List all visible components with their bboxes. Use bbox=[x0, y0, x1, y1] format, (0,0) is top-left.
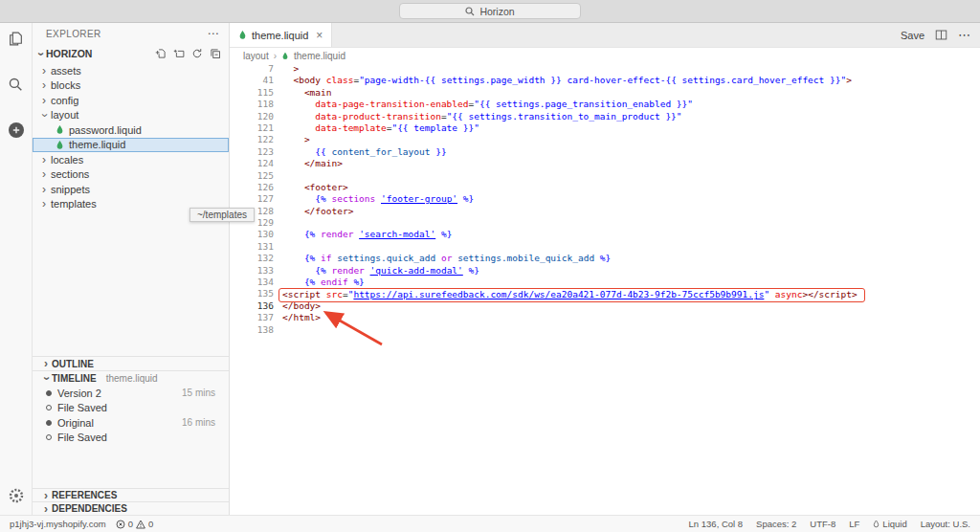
code-line-content: <body class="page-width-{{ settings.page… bbox=[274, 75, 980, 86]
chevron-right-icon: › bbox=[42, 154, 46, 166]
tree-item-assets[interactable]: ›assets bbox=[33, 63, 229, 78]
timeline-item[interactable]: File Saved bbox=[33, 431, 229, 446]
code-line-134[interactable]: 134 {% endif %} bbox=[230, 277, 980, 288]
language-mode[interactable]: Liquid bbox=[873, 519, 906, 529]
eol[interactable]: LF bbox=[849, 519, 859, 529]
outline-section[interactable]: › OUTLINE bbox=[33, 356, 229, 370]
code-line-41[interactable]: 41 <body class="page-width-{{ settings.p… bbox=[230, 75, 980, 86]
timeline-list: Version 215 minsFile SavedOriginal16 min… bbox=[33, 385, 229, 445]
tree-item-theme-liquid[interactable]: theme.liquid bbox=[33, 138, 229, 153]
extension-icon[interactable] bbox=[5, 119, 28, 142]
new-file-icon[interactable] bbox=[155, 48, 167, 59]
timeline-item[interactable]: Original16 mins bbox=[33, 415, 229, 431]
split-editor-icon[interactable] bbox=[935, 29, 947, 41]
code-line-content: <footer> bbox=[274, 182, 980, 193]
more-actions-icon[interactable]: ⋯ bbox=[208, 27, 219, 40]
sidebar-panels: › OUTLINE › TIMELINE theme.liquid Versio… bbox=[33, 356, 229, 445]
line-number: 41 bbox=[230, 75, 274, 86]
line-number: 115 bbox=[230, 87, 274, 99]
breadcrumb-folder[interactable]: layout bbox=[243, 51, 269, 61]
liquid-file-icon bbox=[56, 140, 64, 150]
tab-theme-liquid[interactable]: theme.liquid × bbox=[230, 23, 332, 47]
tree-item-sections[interactable]: ›sections bbox=[33, 167, 229, 183]
tree-item-password-liquid[interactable]: password.liquid bbox=[33, 122, 229, 138]
chevron-down-icon: › bbox=[39, 114, 51, 118]
remote-site[interactable]: p1jhj3-vj.myshopify.com bbox=[10, 519, 106, 529]
chevron-right-icon: › bbox=[42, 95, 46, 106]
tree-item-config[interactable]: ›config bbox=[33, 93, 229, 108]
code-line-129[interactable]: 129 bbox=[230, 217, 980, 229]
problems-indicator[interactable]: 0 0 bbox=[116, 519, 154, 529]
code-line-content bbox=[274, 324, 980, 336]
refresh-icon[interactable] bbox=[191, 48, 203, 59]
line-number: 130 bbox=[230, 229, 274, 240]
error-icon bbox=[116, 520, 125, 529]
new-folder-icon[interactable] bbox=[173, 48, 185, 59]
encoding[interactable]: UTF-8 bbox=[810, 519, 835, 529]
command-center[interactable]: Horizon bbox=[399, 3, 581, 19]
tree-item-label: templates bbox=[51, 198, 97, 210]
code-line-content: </html> bbox=[274, 312, 980, 323]
code-line-135[interactable]: 135<script src="https://api.surefeedback… bbox=[230, 288, 980, 299]
code-line-130[interactable]: 130 {% render 'search-modal' %} bbox=[230, 229, 980, 240]
chevron-right-icon: › bbox=[42, 198, 46, 210]
warning-icon bbox=[136, 520, 145, 529]
line-number: 120 bbox=[230, 111, 274, 122]
dependencies-section[interactable]: › DEPENDENCIES bbox=[33, 501, 229, 515]
sidebar: EXPLORER ⋯ › HORIZON ›assets›blocks›conf… bbox=[33, 23, 230, 515]
code-line-124[interactable]: 124 </main> bbox=[230, 158, 980, 169]
tree-item-snippets[interactable]: ›snippets bbox=[33, 182, 229, 197]
close-icon[interactable]: × bbox=[316, 29, 323, 42]
tree-item-label: layout bbox=[51, 109, 78, 121]
code-line-123[interactable]: 123 {{ content_for_layout }} bbox=[230, 146, 980, 158]
timeline-item[interactable]: File Saved bbox=[33, 401, 229, 416]
timeline-section[interactable]: › TIMELINE theme.liquid bbox=[33, 370, 229, 385]
code-line-118[interactable]: 118 data-page-transition-enabled="{{ set… bbox=[230, 99, 980, 110]
file-tree: ›assets›blocks›config›layoutpassword.liq… bbox=[33, 63, 229, 211]
save-button[interactable]: Save bbox=[901, 30, 924, 41]
sidebar-bottom-panels: › REFERENCES › DEPENDENCIES bbox=[33, 488, 229, 515]
code-line-120[interactable]: 120 data-product-transition="{{ settings… bbox=[230, 111, 980, 122]
code-area: 7 >41 <body class="page-width-{{ setting… bbox=[230, 63, 980, 515]
keyboard-layout[interactable]: Layout: U.S. bbox=[921, 519, 970, 529]
code-line-137[interactable]: 137</html> bbox=[230, 312, 980, 323]
breadcrumb-file[interactable]: theme.liquid bbox=[294, 51, 345, 61]
code-line-122[interactable]: 122 > bbox=[230, 134, 980, 145]
code-line-131[interactable]: 131 bbox=[230, 241, 980, 253]
tree-item-locales[interactable]: ›locales bbox=[33, 152, 229, 167]
code-line-138[interactable]: 138 bbox=[230, 324, 980, 336]
code-line-115[interactable]: 115 <main bbox=[230, 87, 980, 99]
timeline-item-label: Original bbox=[57, 417, 94, 429]
code-line-content: <main bbox=[274, 87, 980, 99]
tree-item-layout[interactable]: ›layout bbox=[33, 108, 229, 123]
code-line-136[interactable]: 136</body> bbox=[230, 300, 980, 312]
code-line-content: {% if settings.quick_add or settings.mob… bbox=[274, 253, 980, 264]
code-line-7[interactable]: 7 > bbox=[230, 63, 980, 75]
code-line-content: {% render 'quick-add-modal' %} bbox=[274, 265, 980, 277]
tree-item-blocks[interactable]: ›blocks bbox=[33, 78, 229, 94]
code-line-content: {% render 'search-modal' %} bbox=[274, 229, 980, 240]
code-line-126[interactable]: 126 <footer> bbox=[230, 182, 980, 193]
references-section[interactable]: › REFERENCES bbox=[33, 488, 229, 501]
code-line-content: </body> bbox=[274, 300, 980, 312]
indentation[interactable]: Spaces: 2 bbox=[756, 519, 796, 529]
collapse-all-icon[interactable] bbox=[210, 48, 221, 59]
search-activity-icon[interactable] bbox=[5, 73, 28, 96]
code-line-133[interactable]: 133 {% render 'quick-add-modal' %} bbox=[230, 265, 980, 277]
liquid-file-icon bbox=[281, 52, 289, 60]
cursor-position[interactable]: Ln 136, Col 8 bbox=[689, 519, 744, 529]
workspace-root[interactable]: › HORIZON bbox=[33, 44, 229, 63]
breadcrumb-separator-icon: › bbox=[274, 51, 277, 61]
line-number: 118 bbox=[230, 99, 274, 110]
settings-gear-icon[interactable] bbox=[5, 484, 28, 507]
code-line-127[interactable]: 127 {% sections 'footer-group' %} bbox=[230, 193, 980, 205]
timeline-file-label: theme.liquid bbox=[106, 373, 158, 384]
code-line-content: </footer> bbox=[274, 206, 980, 217]
explorer-icon[interactable] bbox=[5, 27, 28, 50]
editor-more-icon[interactable]: ⋯ bbox=[958, 28, 970, 42]
code-line-125[interactable]: 125 bbox=[230, 170, 980, 182]
code-line-128[interactable]: 128 </footer> bbox=[230, 206, 980, 217]
code-line-132[interactable]: 132 {% if settings.quick_add or settings… bbox=[230, 253, 980, 264]
code-line-121[interactable]: 121 data-template="{{ template }}" bbox=[230, 122, 980, 134]
timeline-item[interactable]: Version 215 mins bbox=[33, 386, 229, 401]
